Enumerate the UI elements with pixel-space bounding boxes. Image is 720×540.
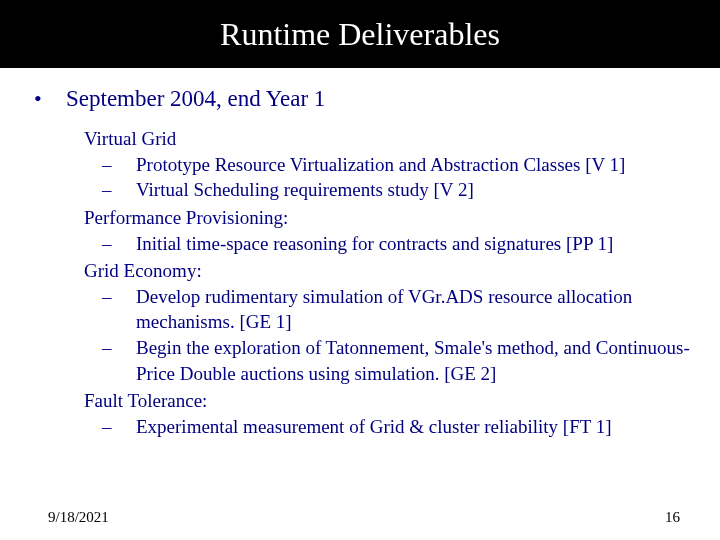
list-item: – Develop rudimentary simulation of VGr.… <box>84 284 690 335</box>
list-item: – Experimental measurement of Grid & clu… <box>84 414 690 440</box>
list-item: – Prototype Resource Virtualization and … <box>84 152 690 178</box>
dash-icon: – <box>102 335 136 361</box>
dash-icon: – <box>102 231 136 257</box>
item-text: Initial time-space reasoning for contrac… <box>136 231 690 257</box>
bullet-text: September 2004, end Year 1 <box>66 86 325 112</box>
footer-page-number: 16 <box>665 509 680 526</box>
item-text: Prototype Resource Virtualization and Ab… <box>136 152 690 178</box>
footer: 9/18/2021 16 <box>0 509 720 526</box>
content-area: • September 2004, end Year 1 Virtual Gri… <box>0 68 720 440</box>
dash-icon: – <box>102 284 136 310</box>
title-bar: Runtime Deliverables <box>0 0 720 68</box>
footer-date: 9/18/2021 <box>48 509 109 526</box>
dash-icon: – <box>102 152 136 178</box>
section-fault-tolerance: Fault Tolerance: <box>84 388 690 414</box>
body-block: Virtual Grid – Prototype Resource Virtua… <box>30 126 690 440</box>
list-item: – Initial time-space reasoning for contr… <box>84 231 690 257</box>
dash-icon: – <box>102 414 136 440</box>
bullet-marker: • <box>30 86 66 112</box>
top-bullet: • September 2004, end Year 1 <box>30 86 690 112</box>
dash-icon: – <box>102 177 136 203</box>
section-grid-economy: Grid Economy: <box>84 258 690 284</box>
slide-title: Runtime Deliverables <box>220 16 500 53</box>
item-text: Develop rudimentary simulation of VGr.AD… <box>136 284 690 335</box>
item-text: Experimental measurement of Grid & clust… <box>136 414 690 440</box>
section-performance-provisioning: Performance Provisioning: <box>84 205 690 231</box>
item-text: Virtual Scheduling requirements study [V… <box>136 177 690 203</box>
item-text: Begin the exploration of Tatonnement, Sm… <box>136 335 690 386</box>
list-item: – Begin the exploration of Tatonnement, … <box>84 335 690 386</box>
section-virtual-grid: Virtual Grid <box>84 126 690 152</box>
list-item: – Virtual Scheduling requirements study … <box>84 177 690 203</box>
